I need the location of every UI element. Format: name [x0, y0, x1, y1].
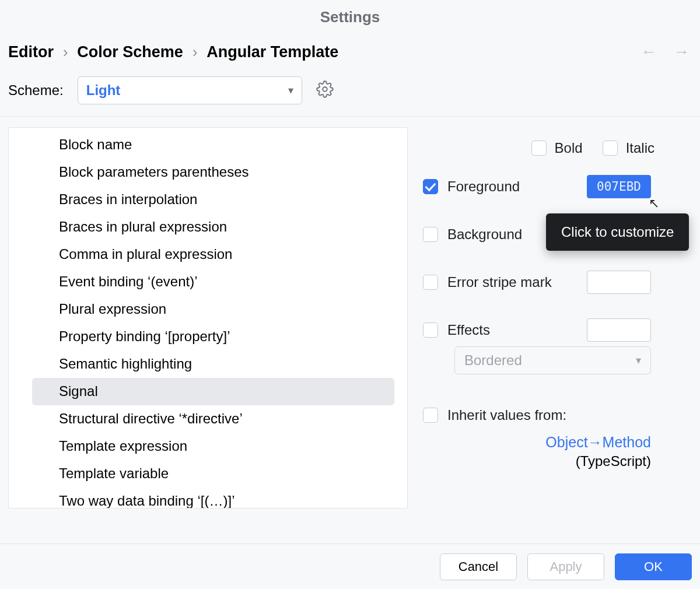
dialog-title: Settings	[0, 0, 700, 43]
tooltip: Click to customize	[546, 213, 689, 251]
italic-option[interactable]: Italic	[603, 140, 654, 156]
foreground-label: Foreground	[447, 178, 520, 195]
cancel-button[interactable]: Cancel	[440, 553, 517, 580]
breadcrumb-editor[interactable]: Editor	[8, 43, 54, 61]
chevron-down-icon: ▾	[636, 354, 641, 367]
background-checkbox[interactable]	[423, 227, 438, 242]
errorstripe-checkbox[interactable]	[423, 275, 438, 290]
foreground-color-swatch[interactable]: 007EBD	[587, 175, 651, 198]
attribute-item[interactable]: Comma in plural expression	[9, 241, 407, 268]
scheme-dropdown[interactable]: Light ▾	[78, 76, 302, 104]
chevron-right-icon: ›	[192, 44, 197, 61]
italic-checkbox[interactable]	[603, 141, 618, 156]
errorstripe-color-swatch[interactable]	[587, 271, 651, 294]
bold-checkbox[interactable]	[531, 141, 547, 156]
attribute-item[interactable]: Signal	[32, 378, 394, 405]
forward-arrow-icon[interactable]: →	[673, 43, 690, 61]
attribute-item[interactable]: Structural directive ‘*directive’	[9, 405, 407, 433]
attribute-item[interactable]: Braces in plural expression	[9, 213, 407, 241]
inherit-label: Inherit values from:	[447, 407, 566, 423]
attribute-item[interactable]: Two way data binding ‘[(…)]’	[9, 488, 407, 509]
attribute-item[interactable]: Block parameters parentheses	[9, 159, 407, 186]
italic-label: Italic	[626, 140, 654, 156]
back-arrow-icon[interactable]: ←	[640, 43, 657, 61]
effects-checkbox[interactable]	[423, 322, 438, 338]
inherit-source-lang: (TypeScript)	[423, 453, 651, 469]
breadcrumb-colorscheme[interactable]: Color Scheme	[77, 43, 183, 61]
scheme-value: Light	[86, 82, 121, 99]
attribute-item[interactable]: Semantic highlighting	[9, 350, 407, 378]
bold-label: Bold	[555, 140, 583, 156]
svg-point-0	[323, 87, 327, 92]
effects-type-value: Bordered	[464, 352, 522, 369]
chevron-right-icon: ›	[63, 44, 68, 61]
effects-label: Effects	[447, 322, 490, 338]
attribute-item[interactable]: Template variable	[9, 460, 407, 488]
inherit-checkbox[interactable]	[423, 408, 438, 423]
attribute-item[interactable]: Plural expression	[9, 296, 407, 323]
attribute-item[interactable]: Block name	[9, 131, 407, 159]
attribute-item[interactable]: Template expression	[9, 433, 407, 460]
scheme-label: Scheme:	[8, 82, 64, 99]
attribute-item[interactable]: Event binding ‘(event)’	[9, 268, 407, 296]
chevron-down-icon: ▾	[288, 84, 293, 97]
foreground-checkbox[interactable]	[423, 179, 438, 194]
gear-icon[interactable]	[316, 80, 334, 100]
ok-button[interactable]: OK	[615, 553, 692, 580]
apply-button[interactable]: Apply	[527, 553, 604, 580]
attribute-item[interactable]: Braces in interpolation	[9, 186, 407, 213]
breadcrumb: Editor › Color Scheme › Angular Template	[8, 43, 338, 61]
inherit-source-link[interactable]: Object→Method	[423, 434, 651, 451]
effects-type-dropdown[interactable]: Bordered ▾	[454, 346, 651, 374]
effects-color-swatch[interactable]	[587, 318, 651, 342]
errorstripe-label: Error stripe mark	[447, 274, 552, 290]
attribute-item[interactable]: Property binding ‘[property]’	[9, 323, 407, 350]
bold-option[interactable]: Bold	[531, 140, 583, 156]
attribute-list[interactable]: Block nameBlock parameters parenthesesBr…	[8, 127, 408, 509]
breadcrumb-angular: Angular Template	[206, 43, 338, 61]
background-label: Background	[447, 226, 522, 243]
